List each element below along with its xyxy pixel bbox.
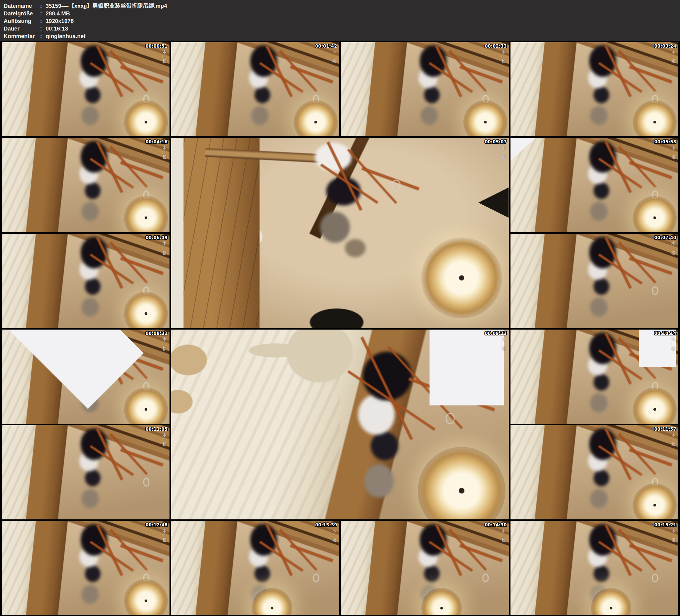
resolution-value: 1920x1078 xyxy=(46,17,680,25)
watermark: 木_松 xyxy=(670,50,676,65)
lantern-glow xyxy=(421,237,502,318)
duration-value: 00:16:13 xyxy=(46,25,680,32)
timestamp-overlay: 00:09:23 xyxy=(485,331,507,336)
strap-line xyxy=(290,65,333,83)
video-thumbnail[interactable]: 00:11:05 木_松 xyxy=(2,425,170,519)
file-info-row: Kommentar : qinglanhua.net xyxy=(0,32,680,40)
timestamp-overlay: 00:15:21 xyxy=(654,523,676,528)
suspension-ring xyxy=(482,574,489,582)
filename-value: 35159----【xxxjj】男娘职业装丝带折腿吊缚.mp4 xyxy=(46,2,680,10)
suspension-ring xyxy=(143,478,149,486)
lantern-glow xyxy=(633,196,677,232)
thumbnail-image xyxy=(2,138,170,232)
watermark: 木_松 xyxy=(161,146,167,161)
thumbnail-image xyxy=(341,521,509,615)
thumbnail-image xyxy=(510,329,678,423)
lantern-glow xyxy=(124,196,168,232)
file-info-label: Dauer xyxy=(0,25,40,32)
watermark: 木_松 xyxy=(161,529,167,544)
watermark: 木_松 xyxy=(670,529,676,544)
strap-line xyxy=(120,544,164,562)
file-info-separator: : xyxy=(40,25,46,32)
suspension-ring xyxy=(652,287,658,295)
file-info-row: Dauer : 00:16:13 xyxy=(0,25,680,32)
video-thumbnail[interactable]: 00:00:51 木_松 xyxy=(2,42,170,136)
timestamp-overlay: 00:00:51 xyxy=(146,44,168,49)
timestamp-overlay: 00:03:24 xyxy=(654,44,676,49)
watermark: 木_松 xyxy=(331,50,337,65)
video-thumbnail[interactable]: 00:15:21 木_松 xyxy=(510,521,678,615)
strap-line xyxy=(290,544,333,562)
thumbnail-image xyxy=(171,42,339,136)
thumbnail-image xyxy=(341,42,509,136)
file-info-label: Auflösung xyxy=(0,17,40,25)
strap-line xyxy=(120,448,164,467)
suspension-ring xyxy=(313,574,319,582)
watermark: 木_松 xyxy=(501,337,506,352)
video-thumbnail[interactable]: 00:13:39 木_松 xyxy=(171,521,339,615)
thumbnail-grid: 00:00:51 木_松 00:01:42 木_松 xyxy=(2,42,678,615)
timestamp-overlay: 00:05:58 xyxy=(654,140,676,145)
watermark: 木_松 xyxy=(161,433,167,448)
video-thumbnail[interactable]: 00:14:30 木_松 xyxy=(341,521,509,615)
video-thumbnail-large[interactable]: 00:09:23 木_松 xyxy=(171,329,509,519)
video-thumbnail[interactable]: 00:05:58 木_松 xyxy=(510,138,678,232)
video-thumbnail[interactable]: 00:12:48 木_松 xyxy=(2,521,170,615)
video-thumbnail[interactable]: 00:03:24 木_松 xyxy=(510,42,678,136)
lantern-glow xyxy=(124,100,168,136)
strap-line xyxy=(459,544,503,562)
watermark: 木_松 xyxy=(670,146,676,161)
watermark: 木_松 xyxy=(501,529,506,544)
lantern-glow xyxy=(124,387,168,423)
strap-line xyxy=(120,65,164,83)
timestamp-overlay: 00:07:40 xyxy=(654,235,676,240)
black-strap-wedge xyxy=(478,187,509,217)
strap-line xyxy=(459,65,503,83)
thumbnail-image xyxy=(2,42,170,136)
timestamp-overlay: 00:10:14 xyxy=(654,331,676,336)
thumbnail-image xyxy=(171,329,509,519)
watermark: 木_松 xyxy=(161,50,167,65)
thumbnail-image xyxy=(510,425,678,519)
thumbnail-image xyxy=(2,425,170,519)
timestamp-overlay: 00:12:48 xyxy=(146,523,168,528)
video-thumbnail[interactable]: 00:01:42 木_松 xyxy=(171,42,339,136)
video-thumbnail[interactable]: 00:07:40 木_松 xyxy=(510,234,678,328)
watermark: 木_松 xyxy=(670,337,676,352)
video-thumbnail[interactable]: 00:04:16 木_松 xyxy=(2,138,170,232)
strap-line xyxy=(629,161,673,179)
video-thumbnail[interactable]: 00:11:57 木_松 xyxy=(510,425,678,519)
lantern-glow xyxy=(124,292,168,328)
watermark: 木_松 xyxy=(331,529,337,544)
file-info-label: Dateiname xyxy=(0,2,40,10)
video-thumbnail[interactable]: 00:10:14 木_松 xyxy=(510,329,678,423)
file-info-separator: : xyxy=(40,32,46,40)
file-info-separator: : xyxy=(40,17,46,25)
timestamp-overlay: 00:08:32 xyxy=(146,331,168,336)
strap-line xyxy=(629,257,673,275)
video-thumbnail[interactable]: 00:02:33 木_松 xyxy=(341,42,509,136)
timestamp-overlay: 00:01:42 xyxy=(315,44,337,49)
thumbnail-image xyxy=(2,329,170,423)
strap-line xyxy=(629,544,673,562)
filesize-value: 288.4 MB xyxy=(46,10,680,17)
video-thumbnail[interactable]: 00:06:49 木_松 xyxy=(2,234,170,328)
strap-line xyxy=(629,448,673,467)
timestamp-overlay: 00:06:49 xyxy=(146,235,168,240)
file-info-header: Dateiname : 35159----【xxxjj】男娘职业装丝带折腿吊缚.… xyxy=(0,0,680,41)
thumbnail-image xyxy=(171,521,339,615)
file-info-row: Dateiname : 35159----【xxxjj】男娘职业装丝带折腿吊缚.… xyxy=(0,2,680,10)
lantern-glow xyxy=(633,100,677,136)
timestamp-overlay: 00:02:33 xyxy=(485,44,507,49)
timestamp-overlay: 00:11:57 xyxy=(654,427,676,432)
video-thumbnail-large[interactable]: 00:05:07 木_松 xyxy=(171,138,509,328)
timestamp-overlay: 00:13:39 xyxy=(315,523,337,528)
timestamp-overlay: 00:04:16 xyxy=(146,140,168,145)
file-info-row: Auflösung : 1920x1078 xyxy=(0,17,680,25)
thumbnail-image xyxy=(510,42,678,136)
video-thumbnail[interactable]: 00:08:32 木_松 xyxy=(2,329,170,423)
thumbnail-image xyxy=(2,234,170,328)
thumbnail-image xyxy=(510,234,678,328)
file-info-label: Dateigröße xyxy=(0,10,40,17)
watermark: 木_松 xyxy=(501,50,506,65)
